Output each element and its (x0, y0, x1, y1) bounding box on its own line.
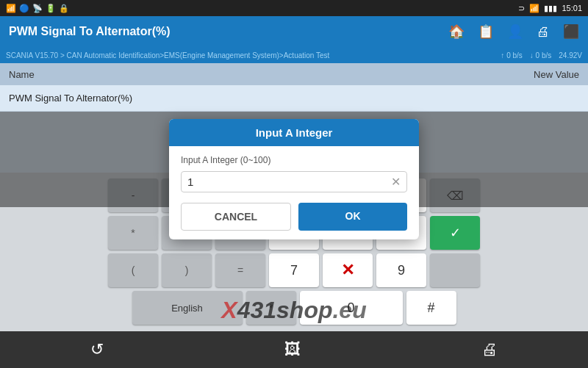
key-asterisk[interactable]: * (108, 216, 158, 250)
print-icon[interactable]: 🖨 (537, 24, 550, 40)
keyboard-row-3: ( ) = 7 ✕ 9 (3, 253, 585, 287)
edit-icon[interactable]: 📋 (478, 24, 494, 40)
app-bar-title: PWM Signal To Alternator(%) (9, 25, 440, 38)
wifi-speed-up: ↑ 0 b/s (501, 51, 522, 59)
clear-icon[interactable]: ✕ (391, 175, 401, 189)
key-7[interactable]: 7 (269, 253, 319, 287)
wifi-icon: 📶 (6, 4, 16, 13)
breadcrumb-right: ↑ 0 b/s ↓ 0 b/s 24.92V (501, 51, 582, 59)
status-bar-right: ⊃ 📶 ▮▮▮ 15:01 (518, 4, 582, 13)
key-close-paren[interactable]: ) (162, 253, 212, 287)
key-english[interactable]: English (132, 291, 243, 325)
breadcrumb-text: SCANIA V15.70 > CAN Automatic Identifica… (6, 51, 329, 59)
key-equals[interactable]: = (215, 253, 265, 287)
status-bar: 📶 🔵 📡 🔋 🔒 ⊃ 📶 ▮▮▮ 15:01 (0, 0, 588, 16)
signal-icon: 📡 (32, 4, 43, 13)
main-content: Input A Integer Input A Integer (0~100) … (0, 112, 588, 207)
shield-icon: 🔒 (59, 4, 69, 13)
back-icon[interactable]: ↺ (90, 340, 104, 359)
dialog-body: Input A Integer (0~100) ✕ CANCEL OK (169, 146, 419, 239)
dialog-buttons: CANCEL OK (181, 203, 407, 231)
status-bar-left: 📶 🔵 📡 🔋 🔒 (6, 4, 69, 13)
key-hash[interactable]: # (406, 291, 456, 325)
key-asterisk-2[interactable]: * (246, 291, 296, 325)
bt-icon: 🔵 (19, 4, 29, 13)
battery-full-icon: ▮▮▮ (544, 4, 557, 13)
share-icon[interactable]: ⬛ (563, 24, 579, 40)
key-9[interactable]: 9 (376, 253, 426, 287)
key-open-paren[interactable]: ( (108, 253, 158, 287)
dialog: Input A Integer Input A Integer (0~100) … (169, 119, 419, 239)
app-bar-icons: 🏠 📋 👤 🖨 ⬛ (448, 24, 579, 40)
bluetooth-icon: ⊃ (518, 4, 525, 13)
dialog-input-row: ✕ (181, 171, 407, 192)
breadcrumb-bar: SCANIA V15.70 > CAN Automatic Identifica… (0, 47, 588, 63)
dialog-overlay: Input A Integer Input A Integer (0~100) … (0, 112, 588, 207)
enter-key[interactable]: ✓ (430, 216, 480, 250)
row-name: PWM Signal To Alternator(%) (9, 93, 579, 104)
wifi-speed-down: ↓ 0 b/s (530, 51, 551, 59)
dialog-label: Input A Integer (0~100) (181, 155, 407, 165)
table-header: Name New Value (0, 63, 588, 85)
ok-button[interactable]: OK (298, 203, 407, 231)
network-icon: 📶 (529, 4, 539, 13)
battery-icon: 🔋 (46, 4, 56, 13)
home-icon[interactable]: 🏠 (448, 24, 465, 40)
header-value-col: New Value (462, 69, 579, 80)
integer-input[interactable] (187, 176, 391, 188)
key-0[interactable]: 0 (300, 291, 403, 325)
app-bar: PWM Signal To Alternator(%) 🏠 📋 👤 🖨 ⬛ (0, 16, 588, 47)
time-display: 15:01 (562, 4, 582, 12)
keyboard-row-4: English * 0 # (3, 291, 585, 325)
cancel-button[interactable]: CANCEL (181, 203, 291, 231)
voltage-display: 24.92V (559, 51, 582, 59)
table-row: PWM Signal To Alternator(%) (0, 85, 588, 112)
key-empty (430, 253, 480, 287)
nav-bar: ↺ 🖼 🖨 (0, 331, 588, 368)
person-icon[interactable]: 👤 (507, 24, 523, 40)
dialog-title: Input A Integer (169, 119, 419, 146)
header-name-col: Name (9, 69, 462, 80)
print-nav-icon[interactable]: 🖨 (481, 340, 498, 359)
key-x-watermark[interactable]: ✕ (323, 253, 373, 287)
gallery-icon[interactable]: 🖼 (284, 340, 301, 359)
